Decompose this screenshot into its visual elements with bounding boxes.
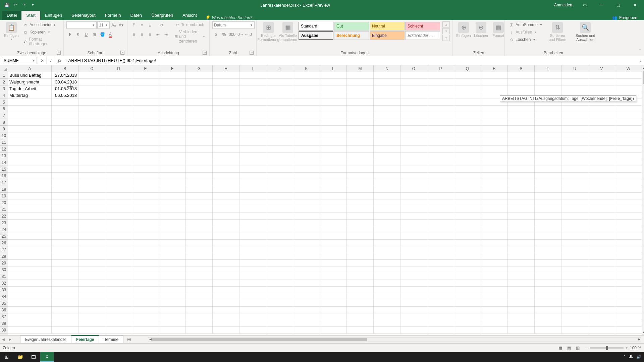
cell-E26[interactable] [132,240,159,246]
cell-P24[interactable] [427,226,454,233]
cell-D20[interactable] [105,199,132,206]
cell-R13[interactable] [481,153,508,159]
cell-G9[interactable] [186,126,213,132]
cell-O36[interactable] [400,307,427,313]
hscroll-thumb[interactable] [152,338,367,341]
cell-A13[interactable] [8,153,52,159]
cell-P15[interactable] [427,166,454,173]
save-button[interactable]: 💾 [3,1,11,9]
cell-A4[interactable]: Muttertag [8,92,52,99]
cell-U24[interactable] [561,226,588,233]
cell-R33[interactable] [481,287,508,293]
cell-U27[interactable] [561,246,588,253]
cell-A1[interactable]: Buss und Bettag [8,72,52,79]
cell-K39[interactable] [293,327,320,334]
style-eingabe[interactable]: Eingabe [370,31,405,40]
cell-T38[interactable] [535,320,561,327]
cell-K20[interactable] [293,199,320,206]
cell-S1[interactable] [508,72,535,79]
cell-Q5[interactable] [454,99,481,106]
cell-O34[interactable] [400,293,427,300]
cell-O20[interactable] [400,199,427,206]
cell-O17[interactable] [400,179,427,186]
cell-W18[interactable] [615,186,642,193]
cell-E31[interactable] [132,273,159,280]
cell-P10[interactable] [427,132,454,139]
cell-G22[interactable] [186,213,213,220]
cell-B19[interactable] [52,193,78,199]
cell-P2[interactable] [427,79,454,85]
align-center-button[interactable]: ≡ [138,31,146,38]
cell-J20[interactable] [266,199,293,206]
cell-U3[interactable] [561,85,588,92]
cell-I23[interactable] [239,220,266,226]
cell-M17[interactable] [347,179,374,186]
cell-C4[interactable] [78,92,105,99]
cell-A10[interactable] [8,132,52,139]
cell-U17[interactable] [561,179,588,186]
row-header-7[interactable]: 7 [0,112,8,119]
cell-U15[interactable] [561,166,588,173]
cell-S20[interactable] [508,199,535,206]
cell-K9[interactable] [293,126,320,132]
column-header-H[interactable]: H [213,65,239,72]
column-header-U[interactable]: U [561,65,588,72]
cell-V33[interactable] [588,287,615,293]
cell-U16[interactable] [561,173,588,179]
cell-D31[interactable] [105,273,132,280]
cell-F19[interactable] [159,193,186,199]
collapse-ribbon-button[interactable]: ˇ [637,49,643,55]
cell-T22[interactable] [535,213,561,220]
cell-H16[interactable] [213,173,239,179]
cell-O38[interactable] [400,320,427,327]
sheet-nav-next[interactable]: ▶ [7,338,13,341]
cell-E4[interactable] [132,92,159,99]
cell-U35[interactable] [561,300,588,307]
column-header-Q[interactable]: Q [454,65,481,72]
cell-U9[interactable] [561,126,588,132]
cell-T18[interactable] [535,186,561,193]
cell-S25[interactable] [508,233,535,240]
cell-T12[interactable] [535,146,561,153]
cell-W10[interactable] [615,132,642,139]
cell-B38[interactable] [52,320,78,327]
cell-R29[interactable] [481,260,508,266]
cell-T39[interactable] [535,327,561,334]
cell-A27[interactable] [8,246,52,253]
cell-S35[interactable] [508,300,535,307]
cell-H4[interactable] [213,92,239,99]
cell-T3[interactable] [535,85,561,92]
font-name-combo[interactable]: ▼ [66,21,97,29]
cell-J5[interactable] [266,99,293,106]
cell-P26[interactable] [427,240,454,246]
cell-I12[interactable] [239,146,266,153]
cell-J30[interactable] [266,266,293,273]
cell-W8[interactable] [615,119,642,126]
cell-H32[interactable] [213,280,239,287]
cell-K18[interactable] [293,186,320,193]
cell-S19[interactable] [508,193,535,199]
cell-N8[interactable] [374,119,400,126]
cell-I22[interactable] [239,213,266,220]
cell-V22[interactable] [588,213,615,220]
cell-F34[interactable] [159,293,186,300]
cell-M9[interactable] [347,126,374,132]
cell-A30[interactable] [8,266,52,273]
scroll-down-arrow[interactable]: ▼ [642,330,644,335]
formula-input[interactable]: =ARBEITSTAG.INTL(HEUTE();90;1;Feiertage! [64,58,637,63]
cell-J26[interactable] [266,240,293,246]
cell-J15[interactable] [266,166,293,173]
format-cells-button[interactable]: ▦Format [490,21,506,38]
cell-G18[interactable] [186,186,213,193]
cell-N15[interactable] [374,166,400,173]
cell-E12[interactable] [132,146,159,153]
cell-M26[interactable] [347,240,374,246]
cell-D26[interactable] [105,240,132,246]
cell-F7[interactable] [159,112,186,119]
cell-B28[interactable] [52,253,78,260]
cell-Q11[interactable] [454,139,481,146]
cell-C30[interactable] [78,266,105,273]
cell-I29[interactable] [239,260,266,266]
cell-N33[interactable] [374,287,400,293]
cell-G19[interactable] [186,193,213,199]
